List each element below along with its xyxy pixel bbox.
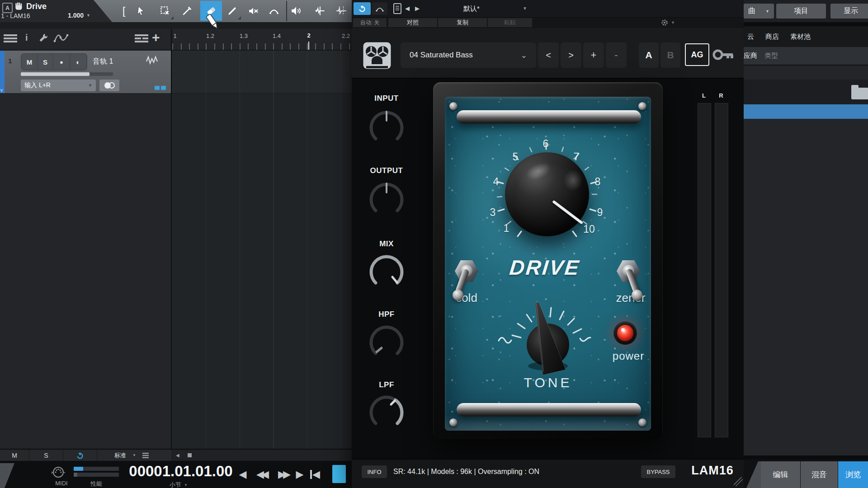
- info-button[interactable]: INFO: [362, 465, 387, 478]
- timeline-ruler[interactable]: 1 1.2 1.3 1.4 2 2.2: [172, 29, 352, 50]
- rewind-button[interactable]: ◀◀: [251, 468, 271, 481]
- paste-button[interactable]: 粘贴: [488, 18, 532, 27]
- subtab-shop[interactable]: 商店: [765, 33, 779, 41]
- plugin-brand: LAM16: [687, 464, 738, 478]
- ab-compare-a-button[interactable]: A: [639, 42, 659, 68]
- plugin-bend-button[interactable]: [372, 2, 387, 15]
- solo-button[interactable]: S: [38, 54, 53, 70]
- bottom-handle-bar: [457, 403, 641, 417]
- preset-file-icon[interactable]: [393, 3, 401, 14]
- gear-icon[interactable]: [661, 19, 668, 26]
- inspector-icon[interactable]: i: [25, 33, 28, 43]
- license-key-icon[interactable]: [712, 47, 734, 62]
- tab-edit[interactable]: 编辑: [761, 461, 800, 488]
- arrow-tool[interactable]: [131, 1, 151, 21]
- preset-remove-button[interactable]: -: [606, 42, 627, 68]
- mute-tool[interactable]: [244, 1, 264, 21]
- browser-selected-row[interactable]: [744, 104, 868, 119]
- ruler-ticks: [172, 43, 352, 50]
- track-handle[interactable]: [155, 86, 160, 90]
- track-row[interactable]: v 1 M S ● ◐ 音轨 1 输入 L+R ▼: [0, 51, 171, 93]
- browser-row[interactable]: [744, 80, 868, 104]
- gear-dropdown-icon[interactable]: ▼: [671, 20, 675, 25]
- copy-button[interactable]: 复制: [438, 18, 487, 27]
- track-lane[interactable]: [172, 51, 352, 94]
- global-solo-button[interactable]: S: [29, 450, 63, 461]
- track-name[interactable]: 音轨 1: [93, 57, 113, 66]
- comp-tool[interactable]: [331, 1, 351, 21]
- listen-tool[interactable]: [286, 1, 306, 21]
- subtab-cloud[interactable]: 云: [747, 33, 754, 41]
- tab-project[interactable]: 项目: [776, 4, 826, 19]
- waveform-icon[interactable]: [146, 55, 158, 66]
- tab-song[interactable]: 曲 ▼: [744, 4, 774, 19]
- paint-tool[interactable]: [222, 1, 242, 21]
- preset-dropdown-icon[interactable]: ▼: [523, 6, 527, 11]
- track-handle[interactable]: [161, 86, 166, 90]
- start-bar-icon: [310, 470, 312, 479]
- list-icon[interactable]: [142, 453, 149, 458]
- stereo-mode-toggle[interactable]: [99, 80, 119, 91]
- timestretch-tool[interactable]: [310, 1, 330, 21]
- automation-curve-icon[interactable]: [53, 33, 69, 43]
- compare-button[interactable]: 对照: [388, 18, 437, 27]
- range-tool[interactable]: [155, 1, 175, 21]
- performance-label: 性能: [74, 480, 119, 488]
- tab-show[interactable]: 显示: [830, 4, 868, 19]
- time-unit-select[interactable]: 小节 ▼: [170, 481, 188, 488]
- bypass-button[interactable]: BYPASS: [641, 465, 675, 478]
- output-knob[interactable]: [366, 179, 407, 220]
- subtab-pool[interactable]: 素材池: [790, 33, 811, 41]
- preset-next-button[interactable]: >: [561, 42, 581, 68]
- ab-compare-b-button[interactable]: B: [660, 42, 680, 68]
- marker-prev-icon[interactable]: ◀: [176, 453, 179, 458]
- marker-stop-icon[interactable]: [188, 453, 192, 457]
- preset-prev-button[interactable]: <: [538, 42, 559, 68]
- mix-knob[interactable]: [366, 252, 407, 292]
- preset-slot-name[interactable]: 默认*: [426, 5, 517, 13]
- track-menu-icon[interactable]: [4, 34, 17, 43]
- hpf-knob[interactable]: [366, 322, 407, 363]
- tone-knob[interactable]: [524, 320, 572, 369]
- lpf-knob[interactable]: [366, 392, 407, 433]
- bend-tool[interactable]: [264, 1, 284, 21]
- mute-button[interactable]: M: [22, 54, 38, 70]
- input-select[interactable]: 输入 L+R ▼: [21, 80, 96, 91]
- tab-browse[interactable]: 浏览: [838, 461, 868, 488]
- record-arm-button[interactable]: ●: [53, 54, 70, 70]
- tool-settings-icon[interactable]: [38, 33, 49, 43]
- preset-next-icon[interactable]: ▶: [415, 5, 420, 12]
- automation-mode-select[interactable]: 标准 ▼: [97, 451, 149, 460]
- tracklist-divider[interactable]: [171, 29, 172, 461]
- return-to-start-button[interactable]: ◀: [307, 468, 323, 481]
- autogain-button[interactable]: AG: [685, 43, 709, 66]
- meter-right-label: R: [715, 92, 727, 99]
- arrangement-area[interactable]: [172, 51, 352, 449]
- preset-selector[interactable]: 04 Saturated Bass ⌄: [401, 42, 536, 68]
- fast-forward-button[interactable]: ▶▶: [273, 468, 293, 481]
- column-vendor[interactable]: 应商: [744, 52, 757, 60]
- add-track-button[interactable]: +: [152, 30, 160, 45]
- track-color-strip[interactable]: [0, 51, 5, 93]
- studio-one-window: A Drive 1 - LAM16 1.000 ▼ [ i: [0, 0, 868, 488]
- preset-prev-icon[interactable]: ◀: [405, 5, 410, 12]
- monitor-button[interactable]: ◐: [70, 54, 86, 70]
- global-mute-button[interactable]: M: [0, 450, 29, 461]
- zoom-control[interactable]: 1.000 ▼: [68, 12, 90, 19]
- input-knob[interactable]: [366, 108, 407, 148]
- stop-button[interactable]: [332, 465, 346, 483]
- automation-power-button[interactable]: [63, 450, 97, 461]
- tab-mix[interactable]: 混音: [801, 461, 838, 488]
- play-button[interactable]: ▶: [294, 468, 306, 481]
- split-tool[interactable]: [177, 1, 197, 21]
- time-display[interactable]: 00001.01.01.00: [127, 463, 235, 480]
- automation-state-button[interactable]: 自动: 关: [353, 18, 387, 27]
- track-layout-icon[interactable]: [135, 34, 148, 42]
- plugin-active-button[interactable]: [354, 2, 371, 15]
- preset-add-button[interactable]: +: [583, 42, 604, 68]
- column-type[interactable]: 类型: [764, 52, 778, 60]
- track-chevron-icon[interactable]: v: [0, 88, 3, 93]
- volume-slider[interactable]: [21, 72, 113, 76]
- step-back-button[interactable]: ◀: [237, 468, 249, 481]
- resize-handle[interactable]: [734, 477, 743, 486]
